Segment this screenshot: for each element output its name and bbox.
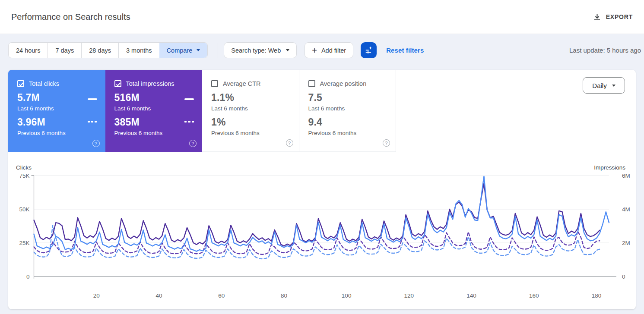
report-panel: Total clicks 5.7M Last 6 months 3.96M Pr… bbox=[8, 70, 636, 309]
page-header: Performance on Search results EXPORT bbox=[0, 0, 644, 34]
card-average-position[interactable]: Average position 7.5 Last 6 months 9.4 P… bbox=[299, 70, 397, 152]
svg-text:160: 160 bbox=[529, 292, 539, 299]
svg-text:140: 140 bbox=[466, 292, 476, 299]
filter-bar: 24 hours 7 days 28 days 3 months Compare… bbox=[8, 42, 641, 58]
svg-text:0: 0 bbox=[622, 273, 625, 280]
help-icon[interactable]: ? bbox=[92, 140, 100, 147]
filter-settings-button[interactable] bbox=[361, 42, 377, 58]
checkbox-checked[interactable] bbox=[114, 80, 121, 87]
svg-text:20: 20 bbox=[93, 292, 100, 299]
svg-text:80: 80 bbox=[281, 292, 287, 299]
svg-text:6M: 6M bbox=[622, 173, 630, 179]
checkbox-checked[interactable] bbox=[17, 80, 24, 87]
checkbox-unchecked[interactable] bbox=[211, 80, 218, 87]
chevron-down-icon bbox=[286, 49, 289, 51]
last-update-text: Last update: 5 hours ago bbox=[569, 47, 641, 54]
tab-3-months[interactable]: 3 months bbox=[118, 43, 159, 58]
solid-line-indicator bbox=[184, 98, 194, 100]
performance-line-chart: 75K50K25K06M4M2M020406080100120140160180 bbox=[8, 152, 636, 309]
metric-value: 1.1% bbox=[211, 92, 299, 104]
solid-line-indicator bbox=[88, 98, 97, 100]
help-icon[interactable]: ? bbox=[189, 140, 197, 147]
metric-value: 516M bbox=[114, 92, 203, 104]
help-icon[interactable]: ? bbox=[286, 139, 293, 147]
tab-24-hours[interactable]: 24 hours bbox=[9, 43, 48, 58]
dashed-line-indicator bbox=[184, 121, 194, 122]
help-icon[interactable]: ? bbox=[383, 139, 390, 147]
card-total-impressions[interactable]: Total impressions 516M Last 6 months 385… bbox=[105, 70, 203, 152]
chevron-down-icon bbox=[612, 85, 615, 87]
granularity-dropdown[interactable]: Daily bbox=[583, 77, 625, 94]
date-range-tabs: 24 hours 7 days 28 days 3 months Compare bbox=[8, 42, 208, 58]
reset-filters-link[interactable]: Reset filters bbox=[386, 47, 424, 54]
card-average-ctr[interactable]: Average CTR 1.1% Last 6 months 1% Previo… bbox=[202, 70, 299, 152]
divider bbox=[218, 43, 218, 58]
export-button[interactable]: EXPORT bbox=[593, 13, 633, 21]
svg-text:2M: 2M bbox=[622, 240, 630, 246]
svg-text:75K: 75K bbox=[19, 173, 29, 179]
svg-text:4M: 4M bbox=[622, 206, 630, 213]
metric-value: 9.4 bbox=[308, 116, 396, 128]
metric-value: 1% bbox=[211, 116, 299, 128]
metric-value: 7.5 bbox=[308, 92, 396, 104]
svg-text:40: 40 bbox=[155, 292, 162, 299]
svg-text:180: 180 bbox=[592, 292, 602, 299]
svg-text:25K: 25K bbox=[19, 240, 29, 246]
page-title: Performance on Search results bbox=[11, 12, 130, 22]
chevron-down-icon bbox=[197, 49, 200, 51]
svg-text:50K: 50K bbox=[19, 206, 29, 213]
card-total-clicks[interactable]: Total clicks 5.7M Last 6 months 3.96M Pr… bbox=[8, 70, 105, 152]
svg-text:100: 100 bbox=[342, 292, 352, 299]
tab-compare[interactable]: Compare bbox=[159, 43, 208, 58]
plus-icon: + bbox=[312, 46, 317, 55]
svg-text:120: 120 bbox=[404, 292, 414, 299]
download-icon bbox=[593, 13, 601, 21]
metric-cards: Total clicks 5.7M Last 6 months 3.96M Pr… bbox=[8, 70, 636, 152]
metric-value: 5.7M bbox=[17, 92, 105, 104]
svg-text:0: 0 bbox=[26, 273, 30, 280]
checkbox-unchecked[interactable] bbox=[308, 80, 315, 87]
tune-sparkle-icon bbox=[364, 45, 374, 55]
tab-7-days[interactable]: 7 days bbox=[48, 43, 81, 58]
search-type-dropdown[interactable]: Search type: Web bbox=[224, 42, 297, 58]
tab-28-days[interactable]: 28 days bbox=[81, 43, 118, 58]
add-filter-button[interactable]: +Add filter bbox=[305, 42, 353, 58]
svg-text:60: 60 bbox=[218, 292, 225, 299]
dashed-line-indicator bbox=[88, 121, 97, 122]
